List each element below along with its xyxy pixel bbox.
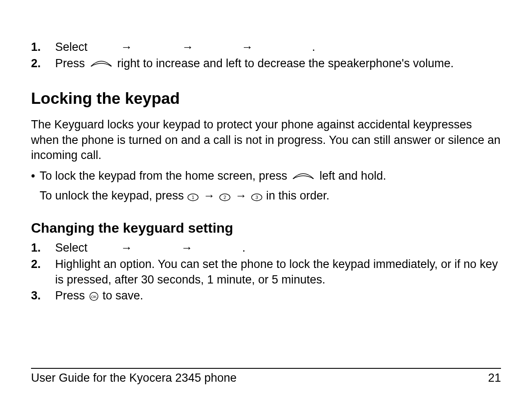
ok-key-icon: OK xyxy=(88,290,100,305)
lock-text: To lock the keypad from the home screen,… xyxy=(40,168,386,186)
step-body: Press OK to save. xyxy=(55,288,501,305)
svg-text:1: 1 xyxy=(192,195,194,200)
arrow-icon: → xyxy=(234,188,248,204)
arrow-icon: → xyxy=(240,40,254,55)
arrow-icon: → xyxy=(120,240,133,256)
page-footer: User Guide for the Kyocera 2345 phone 21 xyxy=(31,368,501,386)
unlock-instruction: To unlock the keypad, press 1 → 2 → 3 xyxy=(31,188,501,206)
bottom-steps-list: 1. Select → → . 2. Highlight an option. … xyxy=(31,240,501,305)
step-2-highlight-option: 2. Highlight an option. You can set the … xyxy=(31,257,501,287)
step-number: 1. xyxy=(31,240,55,256)
step-number: 3. xyxy=(31,288,55,304)
step-text: . xyxy=(312,40,315,53)
step-text: . xyxy=(242,241,246,254)
manual-page: 1. Select → → → . 2. Press xyxy=(0,0,532,411)
step-number: 2. xyxy=(31,257,55,272)
heading-changing-keyguard: Changing the keyguard setting xyxy=(31,219,501,237)
nav-key-icon xyxy=(88,58,114,73)
text: in this order. xyxy=(266,189,330,202)
key-2-icon: 2 xyxy=(219,190,231,206)
svg-text:2: 2 xyxy=(224,195,226,200)
svg-point-3 xyxy=(312,178,314,179)
svg-text:OK: OK xyxy=(91,295,96,299)
key-3-icon: 3 xyxy=(251,190,263,206)
svg-point-2 xyxy=(293,178,295,179)
lock-unlock-block: • To lock the keypad from the home scree… xyxy=(31,168,501,205)
step-text: Press xyxy=(55,289,88,302)
lock-instruction: • To lock the keypad from the home scree… xyxy=(31,168,501,186)
step-number: 2. xyxy=(31,56,55,72)
nav-key-icon xyxy=(290,170,316,186)
svg-point-0 xyxy=(91,65,92,66)
text: To lock the keypad from the home screen,… xyxy=(40,169,290,182)
step-3-press-ok: 3. Press OK to save. xyxy=(31,288,501,305)
arrow-icon: → xyxy=(120,40,133,55)
step-body: Select → → → . xyxy=(55,40,501,55)
page-number: 21 xyxy=(488,371,501,386)
step-text: Select xyxy=(55,241,87,254)
step-1-select-path: 1. Select → → → . xyxy=(31,40,501,55)
step-text: Select xyxy=(55,40,87,53)
svg-point-1 xyxy=(110,65,111,66)
footer-rule xyxy=(31,368,501,369)
step-body: Highlight an option. You can set the pho… xyxy=(55,257,501,287)
step-body: Select → → . xyxy=(55,240,501,256)
step-body: Press right to increase and left to decr… xyxy=(55,56,501,73)
key-1-icon: 1 xyxy=(187,190,199,206)
top-steps-list: 1. Select → → → . 2. Press xyxy=(31,40,501,73)
bullet-icon: • xyxy=(31,168,40,184)
step-2-press-nav: 2. Press right to increase and left to d… xyxy=(31,56,501,73)
text: left and hold. xyxy=(320,169,386,182)
keyguard-description: The Keyguard locks your keypad to protec… xyxy=(31,117,501,163)
text: To unlock the keypad, press xyxy=(40,189,187,202)
svg-text:3: 3 xyxy=(255,195,258,200)
step-text: to save. xyxy=(103,289,143,302)
footer-title: User Guide for the Kyocera 2345 phone xyxy=(31,371,236,386)
step-number: 1. xyxy=(31,40,55,55)
step-1-select-path: 1. Select → → . xyxy=(31,240,501,256)
arrow-icon: → xyxy=(180,240,193,256)
step-text: right to increase and left to decrease t… xyxy=(117,57,454,70)
arrow-icon: → xyxy=(202,188,216,204)
arrow-icon: → xyxy=(181,40,194,55)
step-text: Press xyxy=(55,57,85,70)
heading-locking-keypad: Locking the keypad xyxy=(31,88,501,109)
